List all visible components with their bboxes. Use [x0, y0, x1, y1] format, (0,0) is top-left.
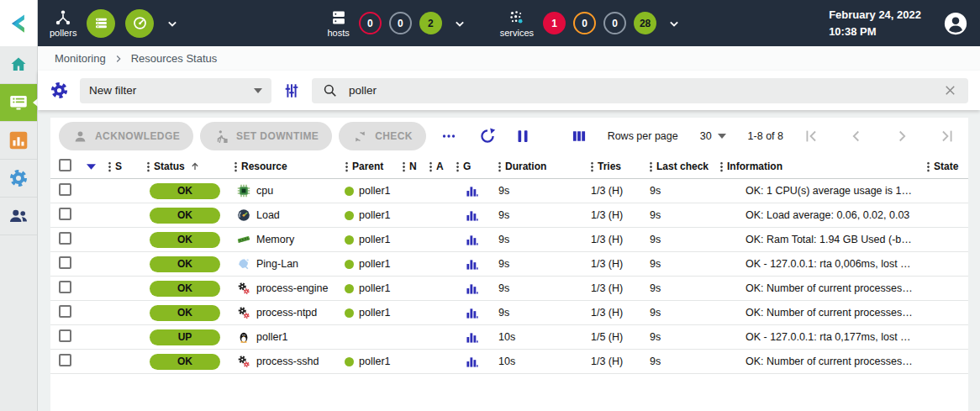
services-counter[interactable]: 0: [573, 12, 596, 34]
check-button[interactable]: CHECK: [339, 122, 426, 150]
process-gears-icon: [237, 306, 250, 319]
graph-icon[interactable]: [466, 307, 478, 319]
drag-handle-icon[interactable]: [429, 161, 432, 172]
column-header-information[interactable]: Information: [714, 161, 921, 172]
row-checkbox[interactable]: [59, 232, 71, 245]
hosts-menu[interactable]: hosts: [327, 8, 349, 38]
sidebar-item-configuration[interactable]: [0, 160, 37, 198]
status-chip: OK: [150, 183, 220, 199]
column-header-notes[interactable]: N: [397, 161, 424, 172]
next-page-button[interactable]: [889, 124, 914, 149]
pollers-chevron-down-icon[interactable]: [164, 15, 181, 32]
drag-handle-icon[interactable]: [650, 161, 652, 172]
column-header-duration[interactable]: Duration: [493, 161, 585, 172]
row-checkbox[interactable]: [59, 354, 71, 366]
drag-handle-icon[interactable]: [591, 161, 593, 172]
filter-preset-select[interactable]: New filter: [80, 78, 271, 103]
pollers-menu[interactable]: pollers: [50, 8, 76, 38]
filter-settings-gear-icon[interactable]: [50, 81, 69, 100]
drag-handle-icon[interactable]: [927, 161, 930, 172]
breadcrumb-resources-status[interactable]: Resources Status: [131, 52, 218, 65]
row-checkbox[interactable]: [59, 305, 71, 318]
drag-handle-icon[interactable]: [147, 161, 150, 172]
tries-cell: 1/3 (H): [585, 234, 644, 245]
table-row[interactable]: UP poller1 10s 1/5 (H) 9s OK - 127.0.0.1…: [50, 325, 968, 350]
drag-handle-icon[interactable]: [720, 161, 723, 172]
rows-per-page-select[interactable]: 30: [700, 130, 726, 142]
pause-autorefresh-button[interactable]: [510, 124, 535, 149]
parent-name: poller1: [359, 209, 391, 221]
graph-icon[interactable]: [466, 209, 478, 222]
breadcrumb-monitoring[interactable]: Monitoring: [55, 52, 106, 65]
hosts-counter[interactable]: 0: [389, 12, 412, 34]
hosts-chevron-down-icon[interactable]: [451, 15, 468, 32]
drag-handle-icon[interactable]: [498, 161, 501, 172]
user-avatar[interactable]: [943, 11, 968, 36]
sidebar-item-home[interactable]: [0, 46, 37, 84]
sidebar-item-administration[interactable]: [0, 198, 37, 235]
duration-cell: 9s: [493, 258, 585, 270]
select-menu-caret-icon[interactable]: [87, 164, 96, 170]
graph-icon[interactable]: [466, 258, 478, 271]
row-checkbox[interactable]: [59, 208, 71, 220]
drag-handle-icon[interactable]: [345, 161, 348, 172]
graph-icon[interactable]: [466, 185, 478, 198]
column-header-parent[interactable]: Parent: [340, 161, 397, 172]
select-all-checkbox[interactable]: [59, 159, 71, 171]
acknowledge-button[interactable]: ACKNOWLEDGE: [59, 122, 193, 150]
column-header-last-check[interactable]: Last check: [644, 161, 714, 172]
graph-icon[interactable]: [466, 331, 478, 344]
row-checkbox[interactable]: [59, 281, 71, 293]
edit-columns-icon[interactable]: [567, 124, 591, 148]
column-header-tries[interactable]: Tries: [585, 161, 644, 172]
table-row[interactable]: OK process-sshd poller1 10s 1/3 (H) 9s O…: [50, 350, 968, 374]
more-actions-button[interactable]: [436, 124, 461, 149]
column-header-resource[interactable]: Resource: [229, 161, 340, 172]
row-checkbox[interactable]: [59, 256, 71, 269]
drag-handle-icon[interactable]: [456, 161, 459, 172]
column-header-graph[interactable]: G: [450, 161, 493, 172]
table-row[interactable]: OK process-engine poller1 9s 1/3 (H) 9s …: [50, 277, 968, 301]
drag-handle-icon[interactable]: [108, 161, 111, 172]
services-counter[interactable]: 28: [634, 12, 656, 34]
services-menu[interactable]: services: [500, 8, 534, 38]
poller-servers-button[interactable]: [87, 9, 115, 38]
clock-date: February 24, 2022: [829, 7, 921, 24]
set-downtime-button[interactable]: SET DOWNTIME: [200, 122, 332, 150]
graph-icon[interactable]: [466, 234, 478, 246]
hosts-counter[interactable]: 0: [359, 12, 382, 34]
column-header-state[interactable]: State: [921, 161, 968, 172]
last-page-button[interactable]: [935, 124, 960, 149]
previous-page-button[interactable]: [844, 124, 869, 149]
advanced-filter-tune-icon[interactable]: [282, 82, 301, 100]
clear-search-icon[interactable]: [942, 82, 958, 98]
search-input[interactable]: [349, 84, 931, 97]
drag-handle-icon[interactable]: [403, 161, 405, 172]
sidebar-item-monitoring[interactable]: [0, 84, 37, 122]
last-check-cell: 9s: [644, 282, 714, 294]
drag-handle-icon[interactable]: [234, 161, 237, 172]
parent-status-dot: [345, 235, 354, 245]
table-row[interactable]: OK cpu poller1 9s 1/3 (H) 9s OK: 1 CPU(s…: [50, 179, 968, 203]
column-header-status[interactable]: Status: [141, 161, 229, 172]
table-row[interactable]: OK Ping-Lan poller1 9s 1/3 (H) 9s OK - 1…: [50, 252, 968, 277]
table-row[interactable]: OK Memory poller1 9s 1/3 (H) 9s OK: Ram …: [50, 228, 968, 252]
row-checkbox[interactable]: [59, 183, 71, 196]
first-page-button[interactable]: [798, 124, 824, 149]
graph-icon[interactable]: [466, 282, 478, 295]
services-counter[interactable]: 1: [543, 12, 566, 34]
sidebar-item-reporting[interactable]: [0, 122, 37, 160]
centreon-logo[interactable]: [0, 0, 37, 46]
table-row[interactable]: OK process-ntpd poller1 9s 1/3 (H) 9s OK…: [50, 301, 968, 325]
poller-latency-button[interactable]: [125, 9, 154, 38]
column-header-action[interactable]: A: [424, 161, 450, 172]
row-checkbox[interactable]: [59, 329, 71, 342]
hosts-counter[interactable]: 2: [419, 12, 442, 34]
services-chevron-down-icon[interactable]: [666, 15, 682, 32]
refresh-button[interactable]: [475, 124, 500, 149]
column-header-severity[interactable]: S: [103, 161, 141, 172]
graph-icon[interactable]: [466, 356, 478, 368]
table-row[interactable]: OK Load poller1 9s 1/3 (H) 9s OK: Load a…: [50, 203, 968, 228]
duration-cell: 9s: [493, 282, 585, 294]
services-counter[interactable]: 0: [603, 12, 626, 34]
